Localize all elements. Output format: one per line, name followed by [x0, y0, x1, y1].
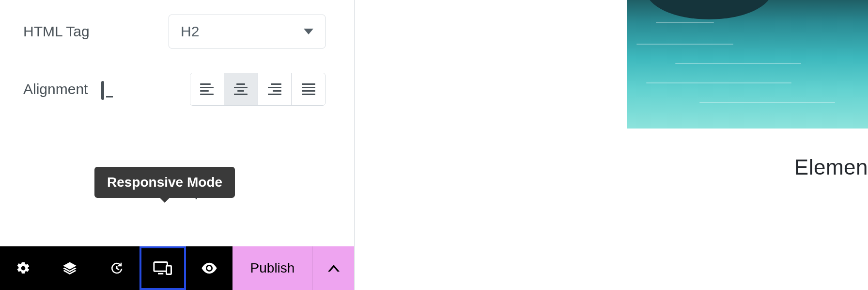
- align-right-button[interactable]: [258, 73, 292, 105]
- layers-icon: [62, 261, 77, 275]
- html-tag-row: HTML Tag H2: [23, 15, 331, 48]
- align-center-button[interactable]: [224, 73, 258, 105]
- svg-rect-2: [167, 266, 171, 274]
- preview-image: [627, 0, 868, 129]
- eye-icon: [201, 262, 217, 274]
- html-tag-value: H2: [181, 23, 199, 40]
- alignment-row: Alignment: [23, 73, 331, 106]
- align-center-icon: [234, 83, 248, 95]
- panel-bottom-bar: Publish: [0, 246, 354, 290]
- desktop-icon[interactable]: [101, 82, 118, 96]
- history-icon: [109, 261, 124, 275]
- gear-icon: [16, 261, 31, 275]
- align-left-icon: [200, 83, 214, 95]
- alignment-button-group: [190, 73, 326, 106]
- history-button[interactable]: [93, 246, 140, 290]
- editor-panel: HTML Tag H2 Alignment: [0, 0, 355, 290]
- publish-label: Publish: [250, 260, 295, 276]
- navigator-button[interactable]: [46, 246, 93, 290]
- align-right-icon: [268, 83, 281, 95]
- svg-rect-0: [154, 262, 168, 272]
- html-tag-label: HTML Tag: [23, 23, 169, 40]
- align-justify-button[interactable]: [292, 73, 325, 105]
- chevron-up-icon: [328, 265, 340, 272]
- align-justify-icon: [302, 83, 315, 95]
- preview-button[interactable]: [186, 246, 232, 290]
- align-left-button[interactable]: [190, 73, 224, 105]
- settings-button[interactable]: [0, 246, 46, 290]
- html-tag-label-text: HTML Tag: [23, 23, 90, 40]
- alignment-label: Alignment: [23, 81, 169, 97]
- caret-down-icon: [304, 29, 313, 34]
- tooltip-text: Responsive Mode: [107, 175, 222, 190]
- heading-preview-text[interactable]: Elemen: [794, 155, 868, 179]
- html-tag-select[interactable]: H2: [169, 15, 326, 48]
- devices-icon: [153, 261, 172, 275]
- alignment-label-text: Alignment: [23, 81, 88, 97]
- preview-canvas[interactable]: Elemen: [355, 0, 868, 290]
- responsive-mode-button[interactable]: [140, 246, 186, 290]
- responsive-mode-tooltip: Responsive Mode: [94, 167, 235, 198]
- publish-options-button[interactable]: [312, 246, 354, 290]
- publish-button[interactable]: Publish: [232, 246, 312, 290]
